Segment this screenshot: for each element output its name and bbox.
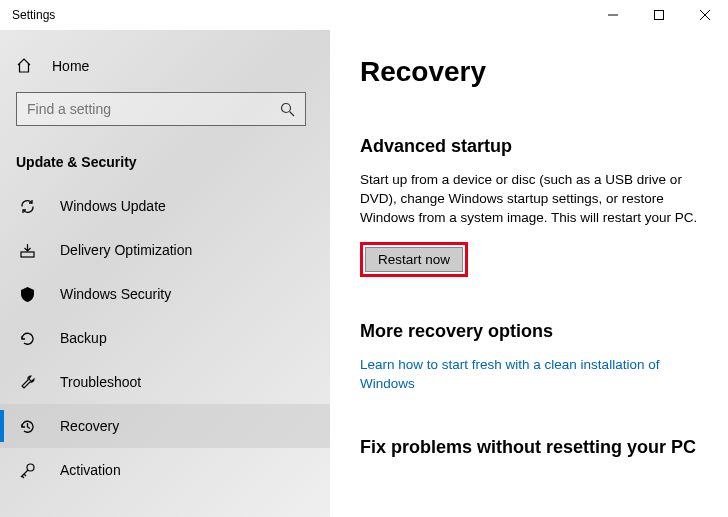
search-input[interactable] <box>16 92 306 126</box>
minimize-button[interactable] <box>590 0 636 30</box>
sidebar-item-recovery[interactable]: Recovery <box>0 404 330 448</box>
main-panel: Recovery Advanced startup Start up from … <box>330 30 728 517</box>
search-field[interactable] <box>27 101 280 117</box>
sidebar-item-windows-update[interactable]: Windows Update <box>0 184 330 228</box>
page-title: Recovery <box>360 56 698 88</box>
delivery-icon <box>18 241 36 259</box>
svg-rect-1 <box>655 11 664 20</box>
maximize-button[interactable] <box>636 0 682 30</box>
home-icon <box>16 58 36 74</box>
restart-highlight: Restart now <box>360 242 468 277</box>
close-button[interactable] <box>682 0 728 30</box>
advanced-startup-heading: Advanced startup <box>360 136 698 157</box>
sidebar-item-label: Delivery Optimization <box>60 242 192 258</box>
sidebar-item-delivery-optimization[interactable]: Delivery Optimization <box>0 228 330 272</box>
home-label: Home <box>52 58 89 74</box>
sidebar-item-label: Windows Update <box>60 198 166 214</box>
fix-problems-heading: Fix problems without resetting your PC <box>360 437 698 458</box>
svg-point-4 <box>282 103 291 112</box>
sidebar-item-windows-security[interactable]: Windows Security <box>0 272 330 316</box>
search-icon <box>280 102 295 117</box>
recovery-icon <box>18 417 36 435</box>
window-controls <box>590 0 728 30</box>
sidebar-item-label: Backup <box>60 330 107 346</box>
svg-point-7 <box>27 464 34 471</box>
sidebar-item-activation[interactable]: Activation <box>0 448 330 492</box>
shield-icon <box>18 285 36 303</box>
home-nav[interactable]: Home <box>0 50 330 82</box>
sidebar-item-label: Troubleshoot <box>60 374 141 390</box>
sidebar-item-label: Windows Security <box>60 286 171 302</box>
sync-icon <box>18 197 36 215</box>
wrench-icon <box>18 373 36 391</box>
advanced-startup-body: Start up from a device or disc (such as … <box>360 171 698 228</box>
sidebar-item-troubleshoot[interactable]: Troubleshoot <box>0 360 330 404</box>
key-icon <box>18 461 36 479</box>
sidebar-item-backup[interactable]: Backup <box>0 316 330 360</box>
sidebar: Home Update & Security Windows Update De… <box>0 30 330 517</box>
titlebar: Settings <box>0 0 728 30</box>
fresh-start-link[interactable]: Learn how to start fresh with a clean in… <box>360 356 698 394</box>
window-title: Settings <box>12 8 55 22</box>
section-heading: Update & Security <box>0 146 330 184</box>
restart-now-button[interactable]: Restart now <box>365 247 463 272</box>
svg-rect-6 <box>21 252 34 257</box>
sidebar-item-label: Activation <box>60 462 121 478</box>
svg-line-5 <box>290 111 295 116</box>
more-recovery-heading: More recovery options <box>360 321 698 342</box>
backup-icon <box>18 329 36 347</box>
sidebar-item-label: Recovery <box>60 418 119 434</box>
